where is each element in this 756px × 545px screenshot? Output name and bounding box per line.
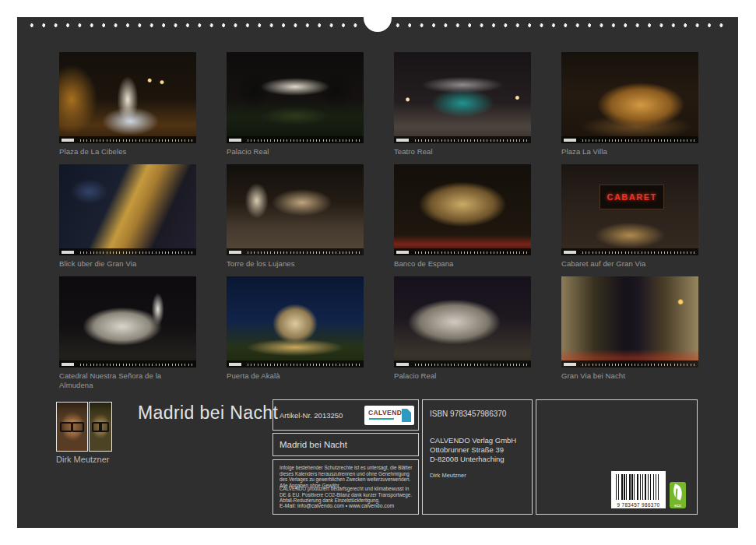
photo-palacio-real <box>227 52 364 143</box>
calendar-page: Plaza de La Cibeles Palacio Real Teatro … <box>17 17 738 528</box>
publisher-line: D-82008 Unterhaching <box>430 455 516 464</box>
imprint-author: Dirk Meutzner <box>430 472 466 479</box>
photo-torre-de-los-lujanes <box>227 164 364 255</box>
cabaret-marquee-sign: CABARET <box>600 185 664 210</box>
thumbnail-caption: Plaza La Villa <box>561 147 698 156</box>
imprint-title-box: Madrid bei Nacht <box>273 433 419 456</box>
calendar-title: Madrid bei Nacht <box>138 403 278 424</box>
imprint-title: Madrid bei Nacht <box>280 440 347 449</box>
spiral-binding-holes-left <box>26 22 363 29</box>
thumbnail-caption: Palacio Real <box>227 147 364 156</box>
legal-text-2: CALVENDO produziert bedarfsgerecht und k… <box>280 486 414 504</box>
photo-catedral-almudena <box>59 276 196 367</box>
mini-month-strip <box>227 248 364 255</box>
mini-month-strip <box>561 248 698 255</box>
photo-palacio-real-2 <box>394 276 531 367</box>
mini-month-strip <box>59 360 196 367</box>
thumbnail-plaza-la-villa: Plaza La Villa <box>561 52 698 156</box>
thumbnail-caption: Blick über die Gran Via <box>59 259 196 269</box>
barcode-digits: 9 783457 986370 <box>611 502 666 508</box>
thumbnail-caption: Gran Via bei Nacht <box>561 371 698 381</box>
eco-leaf-icon <box>671 483 685 500</box>
cabaret-sign-text: CABARET <box>607 192 656 202</box>
publisher-box: ISBN 9783457986370 CALVENDO Verlag GmbH … <box>422 399 533 515</box>
barcode-bars <box>616 474 661 500</box>
photo-blick-gran-via <box>59 164 196 255</box>
calvendo-logo: CALVENDO <box>364 406 414 425</box>
photo-plaza-de-la-cibeles <box>59 52 196 143</box>
eco-label: eco <box>670 503 686 508</box>
thumbnail-teatro-real: Teatro Real <box>394 52 531 156</box>
publisher-line: CALVENDO Verlag GmbH <box>430 436 516 445</box>
thumbnail-caption: Palacio Real <box>394 371 531 381</box>
eco-logo: eco <box>670 482 686 508</box>
thumbnail-puerta-de-alcala: Puerta de Akalà <box>227 276 364 390</box>
mini-month-strip <box>227 136 364 143</box>
photo-banco-de-espana <box>394 164 531 255</box>
mini-month-strip <box>561 360 698 367</box>
thumbnail-caption: Banco de Espana <box>394 259 531 269</box>
calvendo-tagline-line <box>369 418 394 420</box>
legal-box: Infolge bestehender Schutzrechte ist es … <box>273 459 419 515</box>
imprint-panel: Artikel-Nr. 2013250 CALVENDO Madrid bei … <box>273 399 698 515</box>
thumbnail-caption: Torre de los Lujanes <box>227 259 364 269</box>
mini-month-strip <box>394 248 531 255</box>
calendar-back-cover: Plaza de La Cibeles Palacio Real Teatro … <box>0 0 756 545</box>
artikel-number: Artikel-Nr. 2013250 <box>280 411 343 420</box>
thumbnail-caption: Plaza de La Cibeles <box>59 147 196 156</box>
spiral-binding-holes-right <box>392 22 729 29</box>
thumbnail-caption: Puerta de Akalà <box>227 371 364 381</box>
thumbnail-caption: Teatro Real <box>394 147 531 156</box>
artikel-box: Artikel-Nr. 2013250 CALVENDO <box>273 399 419 431</box>
calvendo-page-icon <box>402 409 411 422</box>
thumbnail-torre-de-los-lujanes: Torre de los Lujanes <box>227 164 364 269</box>
barcode: 9 783457 986370 <box>611 471 666 508</box>
photo-cabaret-gran-via: CABARET <box>561 164 698 255</box>
mini-month-strip <box>394 136 531 143</box>
mini-month-strip <box>59 136 196 143</box>
publisher-line: Ottobrunner Straße 39 <box>430 445 516 455</box>
mini-month-strip <box>561 136 698 143</box>
author-name: Dirk Meutzner <box>56 455 109 464</box>
author-photo <box>56 402 112 452</box>
barcode-box: 9 783457 986370 eco <box>536 399 698 515</box>
thumbnail-caption: Catedral Nuestra Señora de la Almudena <box>59 371 196 390</box>
photo-plaza-la-villa <box>561 52 698 143</box>
thumbnail-plaza-de-la-cibeles: Plaza de La Cibeles <box>59 52 196 156</box>
contact-email: E-Mail: info@calvendo.com • www.calvendo… <box>280 503 394 508</box>
mini-month-strip <box>59 248 196 255</box>
thumbnail-blick-gran-via: Blick über die Gran Via <box>59 164 196 269</box>
isbn-number: ISBN 9783457986370 <box>430 410 506 418</box>
publisher-address: CALVENDO Verlag GmbH Ottobrunner Straße … <box>430 436 516 464</box>
hanger-notch <box>364 17 392 32</box>
thumbnail-caption: Cabaret auf der Gran Via <box>561 259 698 269</box>
thumbnail-palacio-real-2: Palacio Real <box>394 276 531 390</box>
photo-puerta-de-alcala <box>227 276 364 367</box>
mini-month-strip <box>227 360 364 367</box>
thumbnail-grid: Plaza de La Cibeles Palacio Real Teatro … <box>59 52 698 390</box>
photo-teatro-real <box>394 52 531 143</box>
thumbnail-cabaret-gran-via: CABARET Cabaret auf der Gran Via <box>561 164 698 269</box>
author-portrait-left <box>56 402 88 452</box>
thumbnail-banco-de-espana: Banco de Espana <box>394 164 531 269</box>
thumbnail-catedral-almudena: Catedral Nuestra Señora de la Almudena <box>59 276 196 390</box>
thumbnail-palacio-real: Palacio Real <box>227 52 364 156</box>
photo-gran-via-bei-nacht <box>561 276 698 367</box>
author-portrait-right <box>89 402 112 452</box>
thumbnail-gran-via-bei-nacht: Gran Via bei Nacht <box>561 276 698 390</box>
mini-month-strip <box>394 360 531 367</box>
